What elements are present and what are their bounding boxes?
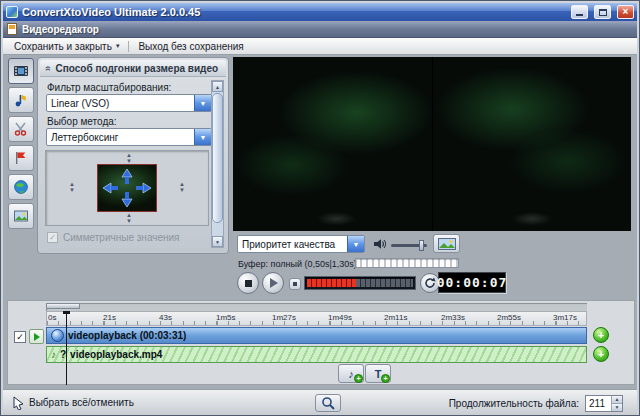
playhead[interactable] [66,311,67,385]
close-button[interactable]: × [617,5,634,19]
cut-button[interactable] [8,116,34,142]
video-settings-button[interactable] [8,58,34,84]
image-icon [13,208,29,224]
speaker-icon[interactable] [373,238,387,250]
ruler-label: 1m49s [328,313,352,322]
video-clip-icon [51,329,64,342]
scissors-icon [13,121,29,137]
spin-down-icon[interactable]: ▼ [69,187,75,193]
spin-down-icon[interactable]: ▼ [126,158,132,164]
minimize-icon [576,14,583,16]
stop-button[interactable] [237,272,259,294]
maximize-button[interactable] [594,5,611,19]
method-select[interactable]: Леттербоксинг ▼ [46,128,212,146]
ruler-label: 43s [159,313,172,322]
volume-slider-thumb[interactable] [419,240,424,251]
slider-empty-segment [356,279,413,287]
add-audio-button[interactable]: + [593,346,609,362]
app-icon [6,6,18,18]
ruler-label: 1m5s [216,313,236,322]
app-window: ConvertXtoVideo Ultimate 2.0.0.45 × Виде… [0,0,640,416]
spin-down-icon[interactable]: ▼ [179,187,185,193]
scroll-down-button[interactable]: ▼ [212,236,223,247]
slider-filled-segment [307,279,356,287]
video-track[interactable]: videoplayback (00:03:31) [46,327,587,344]
music-note-icon: ♪ [51,349,56,360]
image-settings-button[interactable] [8,203,34,229]
duration-value[interactable]: 211 [586,396,611,411]
preview-mode-button[interactable] [433,234,460,253]
timeline-ruler[interactable]: 0s 21s 43s 1m5s 1m27s 1m49s 2m11s 2m33s … [46,311,587,326]
plus-icon: + [381,374,390,383]
chevron-down-icon[interactable]: ▼ [347,236,364,252]
menu-exit-without-saving[interactable]: Выход без сохранения [131,40,250,53]
video-preview [233,57,631,231]
editor-icon [7,23,17,35]
duration-spinbox[interactable]: 211 ▲ ▼ [585,395,623,412]
top-spinner[interactable]: ▲ ▼ [123,152,135,164]
select-all-toggle[interactable]: Выбрать всё/отменить [29,397,134,408]
dot-icon [293,282,297,286]
track-preview-play-button[interactable] [29,329,44,344]
add-audio-track-button[interactable]: ♪ + [338,364,364,383]
chapters-button[interactable] [8,145,34,171]
timeline-scroll-handle[interactable] [46,303,80,309]
add-text-track-button[interactable]: T + [365,364,391,383]
timeline-scroll-groove[interactable] [46,303,587,311]
crop-adjust-box: ▲ ▼ ▲ ▼ ▲ ▼ ▲ ▼ [45,150,209,226]
resize-settings-panel: » Способ подгонки размера видео Фильтр м… [37,57,229,254]
right-spinner[interactable]: ▲ ▼ [176,181,188,193]
audio-track[interactable]: ♪ ? videoplayback.mp4 [46,346,587,363]
zoom-button[interactable] [315,394,341,412]
minimize-button[interactable] [571,5,588,19]
ruler-label: 21s [103,313,116,322]
window-title: ConvertXtoVideo Ultimate 2.0.0.45 [22,6,565,18]
spin-down-icon[interactable]: ▼ [611,403,622,411]
maximize-icon [599,9,607,16]
quality-priority-select[interactable]: Приоритет качества ▼ [237,235,365,253]
menu-separator [128,41,129,52]
scaling-filter-select[interactable]: Linear (VSO) ▼ [46,94,212,112]
loop-icon [424,277,436,289]
buffer-status: Буфер: полный (0,50s|1,30s) [238,259,357,269]
thumbnail-image-icon [438,238,456,250]
menu-bar: Сохранить и закрыть ▾ Выход без сохранен… [3,38,637,55]
left-spinner[interactable]: ▲ ▼ [66,181,78,193]
duration-label: Продолжительность файла: [449,398,579,409]
play-icon [34,333,40,341]
spin-down-icon[interactable]: ▼ [126,218,132,224]
language-button[interactable] [8,174,34,200]
audio-settings-button[interactable] [8,87,34,113]
status-bar: Выбрать всё/отменить Продолжительность ф… [3,389,637,415]
spinner-arrows: ▲ ▼ [611,396,622,411]
mute-button[interactable] [289,278,301,290]
editor-title: Видеоредактор [22,24,99,35]
panel-scrollbar[interactable]: ▲ ▼ [211,80,224,248]
ruler-label: 3m17s [553,313,577,322]
add-video-button[interactable]: + [593,327,609,343]
bottom-spinner[interactable]: ▲ ▼ [123,212,135,224]
scrollbar-thumb[interactable] [212,93,223,223]
chevron-down-icon[interactable]: ▼ [194,129,211,145]
crop-preview-thumbnail[interactable] [98,165,156,211]
symmetric-values-row: ✓ Симметричные значения [47,232,180,243]
scroll-up-button[interactable]: ▲ [212,81,223,92]
panel-title: Способ подгонки размера видео [56,63,219,74]
music-note-icon: ♪ [348,368,354,380]
chevron-down-icon[interactable]: ▼ [194,95,211,111]
playback-position-slider[interactable] [304,276,416,290]
resize-arrows-icon [98,165,156,211]
editor-title-bar: Видеоредактор [3,21,637,38]
spin-up-icon[interactable]: ▲ [611,396,622,403]
video-frame-left [233,57,432,231]
cursor-icon [12,396,26,410]
panel-header[interactable]: » Способ подгонки размера видео [40,60,226,77]
play-button[interactable] [262,272,284,294]
ruler-label: 0s [48,313,56,322]
menu-save-and-close[interactable]: Сохранить и закрыть ▾ [7,40,126,53]
film-icon [13,63,29,79]
symmetric-checkbox[interactable]: ✓ [47,232,58,243]
track-enabled-checkbox[interactable]: ✓ [14,331,26,343]
ruler-label: 2m55s [497,313,521,322]
globe-icon [13,179,29,195]
